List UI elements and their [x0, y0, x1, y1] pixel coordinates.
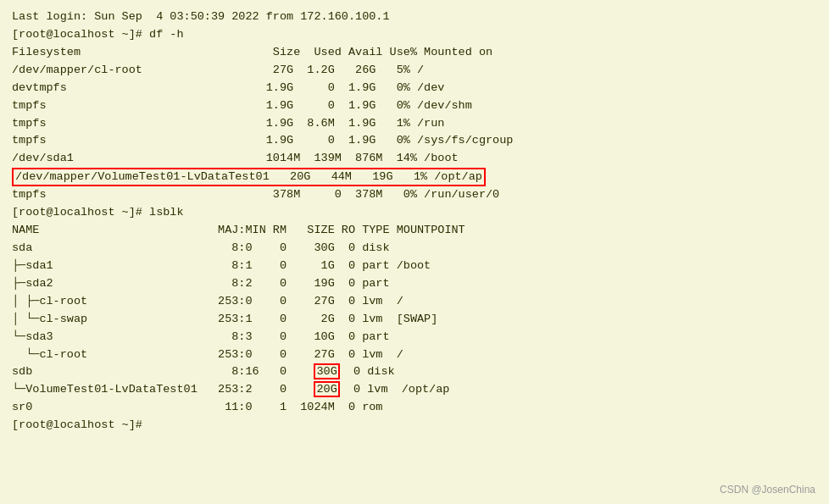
- terminal-line-lsblk-sr0: sr0 11:0 1 1024M 0 rom: [12, 399, 817, 417]
- vol-size-box: 20G: [314, 381, 339, 397]
- watermark: CSDN @JosenChina: [720, 484, 815, 496]
- terminal-line-df-tmpfs4: tmpfs 378M 0 378M 0% /run/user/0: [12, 186, 817, 204]
- terminal-line-lsblk-sda3: └─sda3 8:3 0 10G 0 part: [12, 329, 817, 346]
- terminal-line-lsblk-vol: └─VolumeTest01-LvDataTest01 253:2 0 20G …: [12, 381, 817, 399]
- sdb-size-box: 30G: [314, 363, 339, 379]
- terminal-line-df-vol: /dev/mapper/VolumeTest01-LvDataTest01 20…: [12, 168, 817, 186]
- terminal: Last login: Sun Sep 4 03:50:39 2022 from…: [0, 0, 829, 443]
- terminal-line-prompt3: [root@localhost ~]#: [12, 417, 817, 435]
- terminal-line-lsblk-sda: sda 8:0 0 30G 0 disk: [12, 240, 817, 258]
- terminal-line-lsblk-clroot1: │ ├─cl-root 253:0 0 27G 0 lvm /: [12, 293, 817, 311]
- terminal-line-lsblk-sdb: sdb 8:16 0 30G 0 disk: [12, 363, 817, 381]
- terminal-line-prompt2: [root@localhost ~]# lsblk: [12, 204, 817, 222]
- terminal-line-df-tmpfs1: tmpfs 1.9G 0 1.9G 0% /dev/shm: [12, 97, 817, 115]
- terminal-line-df-tmpfs3: tmpfs 1.9G 0 1.9G 0% /sys/fs/cgroup: [12, 132, 817, 150]
- terminal-line-lsblk-header: NAME MAJ:MIN RM SIZE RO TYPE MOUNTPOINT: [12, 222, 817, 240]
- terminal-line-lsblk-clroot2: └─cl-root 253:0 0 27G 0 lvm /: [12, 346, 817, 364]
- terminal-line-lsblk-sda1: ├─sda1 8:1 0 1G 0 part /boot: [12, 258, 817, 275]
- terminal-line-df-cl-root: /dev/mapper/cl-root 27G 1.2G 26G 5% /: [12, 62, 817, 80]
- terminal-line-df-tmpfs2: tmpfs 1.9G 8.6M 1.9G 1% /run: [12, 115, 817, 133]
- terminal-line-lsblk-sda2: ├─sda2 8:2 0 19G 0 part: [12, 275, 817, 293]
- terminal-line-login: Last login: Sun Sep 4 03:50:39 2022 from…: [12, 8, 817, 26]
- terminal-line-df-header: Filesystem Size Used Avail Use% Mounted …: [12, 44, 817, 62]
- terminal-line-lsblk-clswap: │ └─cl-swap 253:1 0 2G 0 lvm [SWAP]: [12, 311, 817, 329]
- terminal-line-df-sda1: /dev/sda1 1014M 139M 876M 14% /boot: [12, 150, 817, 168]
- terminal-line-df-devtmpfs: devtmpfs 1.9G 0 1.9G 0% /dev: [12, 80, 817, 97]
- terminal-line-prompt1: [root@localhost ~]# df -h: [12, 26, 817, 44]
- vol-highlight-box: /dev/mapper/VolumeTest01-LvDataTest01 20…: [12, 168, 486, 186]
